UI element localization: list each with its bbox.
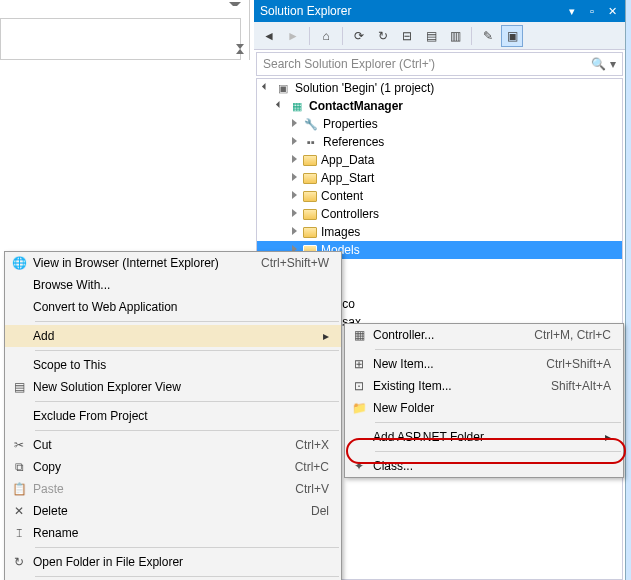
menu-item[interactable]: 📋PasteCtrl+V (5, 478, 341, 500)
folder-icon (303, 227, 317, 238)
menu-item[interactable]: ✕DeleteDel (5, 500, 341, 522)
window-position-icon[interactable]: ▾ (565, 4, 579, 18)
panel-toolbar: ◄ ► ⌂ ⟳ ↻ ⊟ ▤ ▥ ✎ ▣ (254, 22, 625, 50)
search-placeholder: Search Solution Explorer (Ctrl+') (263, 57, 435, 71)
cut-icon: ✂ (5, 434, 33, 456)
menu-separator (375, 422, 621, 423)
tree-project-node[interactable]: ▦ContactManager (257, 97, 622, 115)
menu-item[interactable]: Scope to This (5, 354, 341, 376)
menu-label: New Folder (373, 401, 611, 415)
tree-label: Controllers (321, 207, 379, 221)
folder-icon (303, 155, 317, 166)
tree-item[interactable]: App_Start (257, 169, 622, 187)
menu-item[interactable]: Add▸ (5, 325, 341, 347)
menu-item[interactable]: ⧉CopyCtrl+C (5, 456, 341, 478)
menu-label: Scope to This (33, 358, 329, 372)
tree-item[interactable]: ▪▪References (257, 133, 622, 151)
menu-item[interactable]: ⊡Existing Item...Shift+Alt+A (345, 375, 623, 397)
close-icon[interactable]: ✕ (605, 4, 619, 18)
add-submenu: ▦Controller...Ctrl+M, Ctrl+C⊞New Item...… (344, 323, 624, 478)
context-menu: 🌐View in Browser (Internet Explorer)Ctrl… (4, 251, 342, 580)
collapse-icon[interactable]: ⊟ (396, 25, 418, 47)
menu-item[interactable]: Browse With... (5, 274, 341, 296)
menu-item[interactable]: Add ASP.NET Folder▸ (345, 426, 623, 448)
paste-icon: 📋 (5, 478, 33, 500)
menu-separator (35, 321, 339, 322)
menu-label: Add ASP.NET Folder (373, 430, 601, 444)
tree-label: Properties (323, 117, 378, 131)
copy-icon: ⧉ (5, 456, 33, 478)
preview-selected-icon[interactable]: ▣ (501, 25, 523, 47)
menu-label: New Solution Explorer View (33, 380, 329, 394)
menu-label: Rename (33, 526, 329, 540)
menu-label: Delete (33, 504, 311, 518)
menu-item[interactable]: ▦Controller...Ctrl+M, Ctrl+C (345, 324, 623, 346)
tree-item[interactable]: Images (257, 223, 622, 241)
menu-shortcut: Del (311, 504, 329, 518)
solution-icon: ▣ (275, 81, 291, 95)
tree-item[interactable]: Content (257, 187, 622, 205)
menu-item[interactable]: 🌐View in Browser (Internet Explorer)Ctrl… (5, 252, 341, 274)
search-icon[interactable]: 🔍 (591, 57, 606, 71)
menu-item[interactable]: ▤New Solution Explorer View (5, 376, 341, 398)
tree-label: ContactManager (309, 99, 403, 113)
show-all-icon[interactable]: ▤ (420, 25, 442, 47)
menu-label: View in Browser (Internet Explorer) (33, 256, 261, 270)
pin-icon[interactable]: ▫ (585, 4, 599, 18)
tree-label: References (323, 135, 384, 149)
blank-icon (5, 405, 33, 427)
sync-icon[interactable]: ⟳ (348, 25, 370, 47)
menu-separator (35, 430, 339, 431)
menu-item[interactable]: Convert to Web Application (5, 296, 341, 318)
menu-label: Cut (33, 438, 295, 452)
refresh-icon[interactable]: ↻ (372, 25, 394, 47)
menu-shortcut: Ctrl+X (295, 438, 329, 452)
open-icon: ↻ (5, 551, 33, 573)
tree-label: App_Start (321, 171, 374, 185)
menu-label: Browse With... (33, 278, 329, 292)
forward-icon: ► (282, 25, 304, 47)
blank-icon (5, 354, 33, 376)
home-icon[interactable]: ⌂ (315, 25, 337, 47)
tree-solution-node[interactable]: ▣Solution 'Begin' (1 project) (257, 79, 622, 97)
tree-item[interactable]: 🔧Properties (257, 115, 622, 133)
menu-separator (35, 547, 339, 548)
menu-label: Convert to Web Application (33, 300, 329, 314)
menu-shortcut: Ctrl+M, Ctrl+C (534, 328, 611, 342)
wrench-icon: 🔧 (303, 117, 319, 131)
menu-separator (35, 576, 339, 577)
blank-icon (5, 296, 33, 318)
existitem-icon: ⊡ (345, 375, 373, 397)
menu-item[interactable]: ✦Class... (345, 455, 623, 477)
project-icon: ▦ (289, 99, 305, 113)
splitter-handle[interactable] (232, 42, 250, 56)
menu-item[interactable]: ↻Open Folder in File Explorer (5, 551, 341, 573)
blank-icon (5, 325, 33, 347)
back-icon[interactable]: ◄ (258, 25, 280, 47)
docked-tab-strip[interactable] (625, 0, 631, 580)
browser-icon: 🌐 (5, 252, 33, 274)
menu-item[interactable]: Exclude From Project (5, 405, 341, 427)
ctrl-icon: ▦ (345, 324, 373, 346)
preview-icon[interactable]: ▥ (444, 25, 466, 47)
menu-item[interactable]: 📁New Folder (345, 397, 623, 419)
folder-icon (303, 209, 317, 220)
refs-icon: ▪▪ (303, 135, 319, 149)
menu-shortcut: Ctrl+C (295, 460, 329, 474)
rename-icon: 𝙸 (5, 522, 33, 544)
chevron-down-icon[interactable]: ▾ (610, 57, 616, 71)
tree-label: App_Data (321, 153, 374, 167)
menu-label: Add (33, 329, 319, 343)
menu-item[interactable]: 𝙸Rename (5, 522, 341, 544)
properties-icon[interactable]: ✎ (477, 25, 499, 47)
search-box[interactable]: Search Solution Explorer (Ctrl+') 🔍 ▾ (256, 52, 623, 76)
menu-item[interactable]: ⊞New Item...Ctrl+Shift+A (345, 353, 623, 375)
delete-icon: ✕ (5, 500, 33, 522)
tree-item[interactable]: App_Data (257, 151, 622, 169)
tree-item[interactable]: Controllers (257, 205, 622, 223)
menu-item[interactable]: ✂CutCtrl+X (5, 434, 341, 456)
panel-titlebar[interactable]: Solution Explorer ▾ ▫ ✕ (254, 0, 625, 22)
menu-shortcut: Ctrl+Shift+W (261, 256, 329, 270)
menu-label: Controller... (373, 328, 534, 342)
editor-tab-dropdown-icon[interactable] (229, 2, 241, 14)
